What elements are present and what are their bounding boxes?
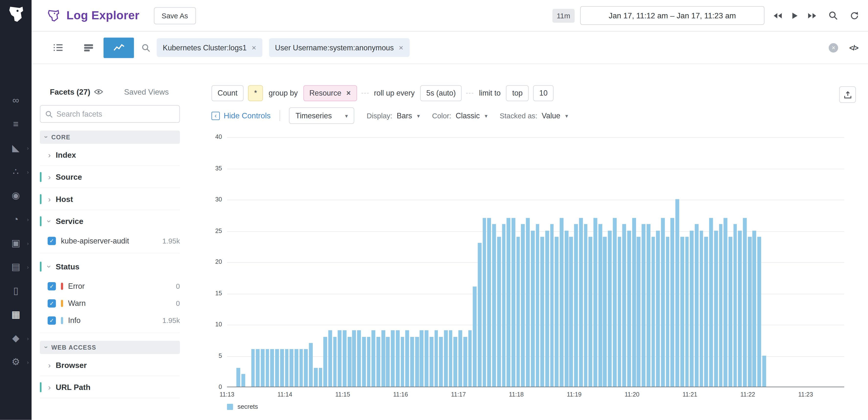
nav-logs[interactable]: ▦ [0, 303, 32, 326]
chevron-right-icon: › [48, 151, 51, 159]
nav-events[interactable]: ≡ [0, 112, 32, 136]
facet-service[interactable]: › Service [40, 210, 180, 232]
facet-url-path[interactable]: › URL Path [40, 376, 180, 398]
facet-status[interactable]: › Status [40, 256, 180, 278]
pattern-view-toggle[interactable] [73, 37, 103, 58]
facet-value-count: 0 [176, 299, 180, 308]
facet-value-row[interactable]: ✓ Error 0 [40, 278, 180, 295]
chart-bar [709, 218, 713, 387]
checkbox-checked[interactable]: ✓ [48, 237, 56, 245]
stacked-select[interactable]: Value ▾ [541, 111, 568, 120]
list-view-toggle[interactable] [42, 37, 73, 58]
measure-select[interactable]: Count [211, 85, 243, 101]
chart-bar [401, 336, 404, 387]
chart-bar [724, 218, 727, 387]
nav-processes[interactable]: ▤› [0, 255, 32, 279]
facet-index[interactable]: › Index [40, 144, 180, 166]
viz-type-select[interactable]: Timeseries ▾ [289, 107, 354, 124]
facet-label: Index [56, 150, 76, 159]
chart-bar [338, 330, 342, 387]
nav-security[interactable]: ◆› [0, 326, 32, 350]
facet-value-row[interactable]: ✓ kube-apiserver-audit 1.95k [40, 232, 180, 249]
filter-pill-username[interactable]: User Username:system:anonymous × [269, 38, 409, 57]
header: Log Explorer Save As 11m [32, 0, 868, 32]
chart-bar [487, 218, 491, 387]
nav-error-tracking[interactable]: ◉ [0, 184, 32, 207]
skip-back-icon[interactable] [773, 12, 782, 19]
chart-bar [540, 237, 544, 387]
tab-saved-views[interactable]: Saved Views [124, 88, 169, 96]
group-by-chip[interactable]: Resource × [303, 85, 357, 101]
timeseries-view-toggle[interactable] [103, 37, 134, 58]
chart-bar [333, 336, 337, 387]
chart-bar [666, 237, 669, 387]
nav-settings[interactable]: ⚙› [0, 350, 32, 374]
nav-apm[interactable]: ∴› [0, 160, 32, 184]
chart-bar [478, 243, 482, 387]
code-view-icon[interactable]: </> [849, 43, 858, 52]
facet-tabs: Facets (27) Saved Views [40, 88, 180, 96]
remove-filter-icon[interactable]: × [252, 43, 256, 52]
x-axis-line [227, 387, 844, 387]
facet-source[interactable]: › Source [40, 166, 180, 188]
rollup-value-chip[interactable]: 5s (auto) [420, 85, 462, 101]
chart-bar [733, 224, 737, 387]
chart-legend[interactable]: secrets [227, 403, 258, 410]
chevron-right-icon: › [27, 145, 29, 151]
checkbox-checked[interactable]: ✓ [48, 282, 56, 290]
nav-metrics[interactable]: ◣› [0, 136, 32, 160]
chart-bar [468, 330, 472, 387]
chart-bar [738, 230, 742, 387]
limit-count-chip[interactable]: 10 [533, 85, 554, 101]
chart-bar [266, 349, 269, 387]
filter-pill-cluster[interactable]: Kubernetes Cluster:logs1 × [157, 38, 262, 57]
apm-icon: ∴ [13, 167, 19, 176]
caret-down-icon: ▾ [565, 112, 568, 119]
duration-badge[interactable]: 11m [552, 8, 575, 23]
facet-search-input[interactable] [57, 110, 175, 118]
chart-bar [714, 230, 718, 387]
chart-bar [463, 336, 467, 387]
checkbox-checked[interactable]: ✓ [48, 316, 56, 325]
chart-bar [748, 237, 751, 387]
remove-group-by-icon[interactable]: × [346, 89, 351, 97]
color-select[interactable]: Classic ▾ [456, 111, 487, 120]
export-button[interactable] [839, 86, 856, 103]
eye-icon[interactable] [94, 89, 103, 95]
chart-plot[interactable]: 051015202530354011:1311:1411:1511:1611:1… [227, 137, 844, 387]
nav-infrastructure[interactable]: ▣› [0, 231, 32, 255]
time-range-input[interactable] [580, 6, 764, 25]
skip-forward-icon[interactable] [808, 12, 816, 19]
facet-browser[interactable]: › Browser [40, 354, 180, 376]
section-web-access[interactable]: › WEB ACCESS [40, 341, 180, 354]
remove-filter-icon[interactable]: × [399, 43, 403, 52]
refresh-icon[interactable] [850, 11, 859, 20]
save-as-button[interactable]: Save As [154, 7, 196, 24]
facet-host[interactable]: › Host [40, 188, 180, 210]
search-icon[interactable] [829, 11, 837, 20]
display-select[interactable]: Bars ▾ [397, 111, 420, 120]
chart-bar [430, 336, 433, 387]
chevron-right-icon: › [27, 240, 29, 246]
section-core[interactable]: › CORE [40, 131, 180, 144]
facet-value-row[interactable]: ✓ Warn 0 [40, 295, 180, 312]
nav-synthetics[interactable]: ◔› [0, 207, 32, 231]
chart-bar [521, 224, 525, 387]
chart-bar [593, 218, 597, 387]
hide-controls-button[interactable]: ‹ Hide Controls [211, 111, 271, 120]
chevron-down-icon: › [45, 265, 53, 268]
facet-value-row[interactable]: ✓ Info 1.95k [40, 312, 180, 329]
chart-bar [743, 218, 747, 387]
facet-label: Browser [56, 360, 87, 369]
limit-order-chip[interactable]: top [506, 85, 529, 101]
chart-bar [603, 237, 607, 387]
stacked-label: Stacked as: [500, 111, 537, 120]
nav-watchdog[interactable]: ∞ [0, 89, 32, 112]
tab-facets[interactable]: Facets (27) [50, 88, 103, 96]
play-icon[interactable] [792, 12, 798, 19]
checkbox-checked[interactable]: ✓ [48, 299, 56, 308]
nav-notebooks[interactable]: ▯ [0, 279, 32, 302]
clear-query-icon[interactable]: × [829, 43, 838, 52]
measure-value-chip[interactable]: * [248, 85, 263, 101]
datadog-logo[interactable] [0, 0, 32, 29]
